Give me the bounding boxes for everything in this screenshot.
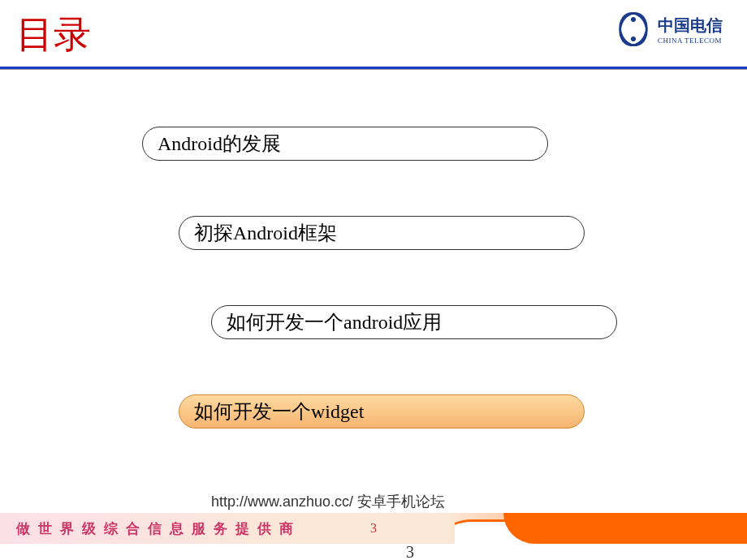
svg-point-0 [616,11,650,49]
toc-item-android-history: Android的发展 [142,127,548,161]
page-number: 3 [370,521,377,536]
svg-point-3 [631,37,636,41]
slide-header: 目录 中国电信 CHINA TELECOM [0,0,747,67]
brand-name-cn: 中国电信 [658,15,723,37]
slide-footer: 做世界级综合信息服务提供商 3 [0,513,747,544]
page-number-alt: 3 [406,543,414,560]
toc-item-widget-dev: 如何开发一个widget [179,394,585,429]
china-telecom-icon [614,10,653,49]
toc-item-label: 如何开发一个widget [194,398,364,424]
brand-logo: 中国电信 CHINA TELECOM [614,10,723,49]
source-attribution: http://www.anzhuo.cc/ 安卓手机论坛 [211,492,445,511]
toc-item-android-framework: 初探Android框架 [179,216,585,250]
svg-point-1 [616,11,650,49]
slide-content: Android的发展 初探Android框架 如何开发一个android应用 如… [0,70,747,118]
toc-item-label: 如何开发一个android应用 [227,309,442,335]
toc-item-label: 初探Android框架 [194,220,337,246]
brand-name-en: CHINA TELECOM [658,37,723,45]
toc-item-android-app-dev: 如何开发一个android应用 [211,305,617,339]
footer-slogan: 做世界级综合信息服务提供商 [16,519,301,538]
svg-point-2 [631,17,636,22]
brand-text: 中国电信 CHINA TELECOM [658,15,723,45]
toc-item-label: Android的发展 [158,131,281,157]
page-title: 目录 [16,10,91,60]
footer-curve-decoration [455,513,747,544]
